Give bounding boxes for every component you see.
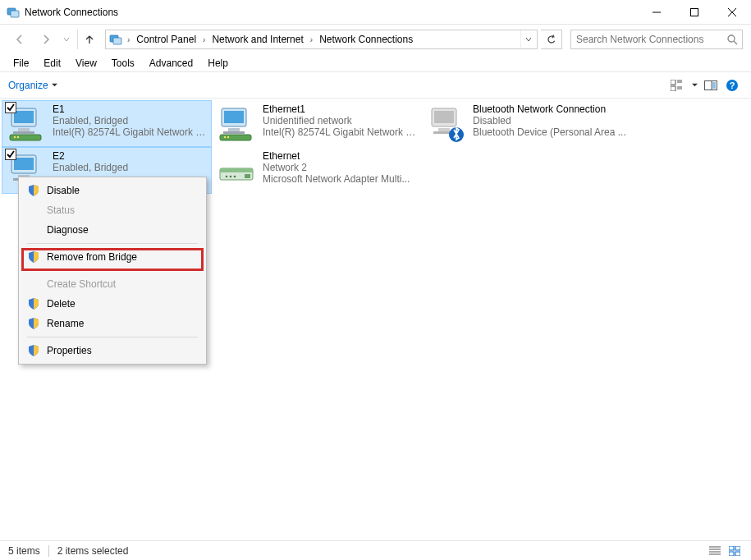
connection-device: Intel(R) 82574L Gigabit Network C...	[53, 126, 207, 138]
svg-rect-37	[434, 111, 454, 123]
svg-rect-18	[712, 82, 716, 89]
svg-rect-28	[6, 103, 16, 113]
connection-name: E1	[53, 103, 207, 115]
menu-file[interactable]: File	[7, 56, 35, 71]
connection-name: Ethernet1	[263, 103, 417, 115]
content-area[interactable]: E1 Enabled, Bridged Intel(R) 82574L Giga…	[0, 99, 751, 540]
shield-icon	[27, 250, 40, 264]
forward-button[interactable]	[34, 28, 57, 51]
ctx-label: Status	[47, 204, 196, 216]
svg-point-34	[224, 136, 226, 138]
svg-rect-24	[13, 131, 34, 134]
refresh-button[interactable]	[541, 30, 562, 49]
shield-icon	[27, 184, 40, 197]
network-adapter-icon	[217, 103, 256, 143]
view-tiles-button[interactable]	[726, 544, 743, 558]
connection-tile-bluetooth[interactable]: Bluetooth Network Connection Disabled Bl…	[422, 100, 632, 147]
ctx-diagnose[interactable]: Diagnose	[19, 220, 206, 240]
svg-rect-47	[220, 168, 253, 172]
help-button[interactable]: ?	[721, 76, 743, 94]
svg-line-9	[734, 41, 737, 44]
ctx-remove-from-bridge[interactable]: Remove from Bridge	[19, 247, 206, 267]
network-adapter-icon	[7, 103, 46, 143]
view-details-button[interactable]	[707, 544, 723, 558]
svg-rect-56	[729, 546, 734, 550]
close-button[interactable]	[713, 0, 751, 25]
item-count: 5 items	[8, 545, 40, 557]
ctx-separator	[27, 243, 198, 244]
view-dropdown[interactable]	[689, 76, 700, 94]
svg-rect-57	[735, 546, 740, 550]
ctx-separator	[27, 337, 198, 337]
svg-text:?: ?	[730, 80, 735, 90]
chevron-right-icon[interactable]: ›	[199, 35, 208, 44]
bluetooth-adapter-icon	[427, 103, 466, 143]
breadcrumb-item[interactable]: Network Connections	[316, 30, 416, 48]
svg-rect-38	[438, 128, 450, 131]
connection-status: Enabled, Bridged	[53, 115, 207, 126]
context-menu: Disable Status Diagnose Remove from Brid…	[18, 177, 207, 365]
connection-status: Disabled	[473, 115, 627, 126]
svg-rect-23	[18, 128, 30, 131]
connection-device: Microsoft Network Adapter Multi...	[263, 173, 417, 185]
search-box[interactable]	[570, 30, 743, 49]
svg-point-50	[234, 176, 236, 178]
selection-checkbox[interactable]	[5, 149, 16, 163]
selection-checkbox[interactable]	[5, 102, 16, 116]
shield-icon	[27, 297, 40, 310]
ctx-create-shortcut: Create Shortcut	[19, 274, 206, 294]
svg-rect-42	[14, 158, 34, 170]
breadcrumb-item[interactable]: Control Panel	[133, 30, 199, 48]
connection-name: Ethernet	[263, 150, 417, 162]
minimize-button[interactable]	[638, 0, 675, 25]
connection-tile-e1[interactable]: E1 Enabled, Bridged Intel(R) 82574L Giga…	[2, 100, 212, 147]
window-title: Network Connections	[25, 7, 638, 18]
svg-rect-3	[691, 8, 698, 16]
svg-point-35	[227, 136, 229, 138]
search-icon[interactable]	[722, 34, 742, 45]
ctx-properties[interactable]: Properties	[19, 341, 206, 360]
ctx-label: Remove from Bridge	[47, 251, 196, 263]
chevron-right-icon[interactable]: ›	[307, 35, 316, 44]
svg-rect-31	[228, 128, 240, 131]
chevron-right-icon[interactable]: ›	[124, 35, 133, 44]
ctx-rename[interactable]: Rename	[19, 314, 206, 333]
ctx-delete[interactable]: Delete	[19, 294, 206, 314]
back-button[interactable]	[8, 28, 31, 51]
organize-label: Organize	[8, 80, 48, 91]
breadcrumb-item[interactable]: Network and Internet	[208, 30, 306, 48]
address-bar[interactable]: › Control Panel › Network and Internet ›…	[105, 30, 538, 49]
connection-tile-ethernet1[interactable]: Ethernet1 Unidentified network Intel(R) …	[212, 100, 422, 147]
connection-tile-ethernet[interactable]: Ethernet Network 2 Microsoft Network Ada…	[212, 147, 422, 194]
up-button[interactable]	[77, 30, 97, 49]
ctx-disable[interactable]: Disable	[19, 181, 206, 200]
recent-dropdown[interactable]	[61, 28, 72, 51]
shield-icon	[27, 317, 40, 330]
connection-status: Unidentified network	[263, 115, 417, 126]
menu-advanced[interactable]: Advanced	[143, 56, 199, 71]
search-input[interactable]	[571, 34, 722, 45]
connection-status: Network 2	[263, 162, 417, 173]
ctx-label: Diagnose	[47, 224, 196, 236]
view-options-button[interactable]	[667, 76, 689, 94]
svg-point-27	[17, 136, 19, 138]
menu-tools[interactable]: Tools	[105, 56, 141, 71]
ctx-status: Status	[19, 200, 206, 220]
app-icon	[7, 6, 20, 19]
toolbar: Organize ?	[0, 72, 751, 99]
menu-edit[interactable]: Edit	[37, 56, 67, 71]
preview-pane-button[interactable]	[700, 76, 721, 94]
svg-rect-22	[14, 111, 34, 123]
svg-rect-32	[223, 131, 245, 134]
title-bar: Network Connections	[0, 0, 751, 25]
organize-dropdown[interactable]: Organize	[8, 80, 57, 91]
menu-help[interactable]: Help	[201, 56, 235, 71]
address-dropdown[interactable]	[520, 30, 535, 48]
shield-icon	[27, 344, 40, 357]
ctx-label: Delete	[47, 298, 196, 310]
maximize-button[interactable]	[675, 0, 713, 25]
network-switch-icon	[217, 150, 256, 190]
selection-count: 2 items selected	[57, 545, 129, 557]
svg-rect-7	[113, 38, 121, 44]
menu-view[interactable]: View	[69, 56, 103, 71]
